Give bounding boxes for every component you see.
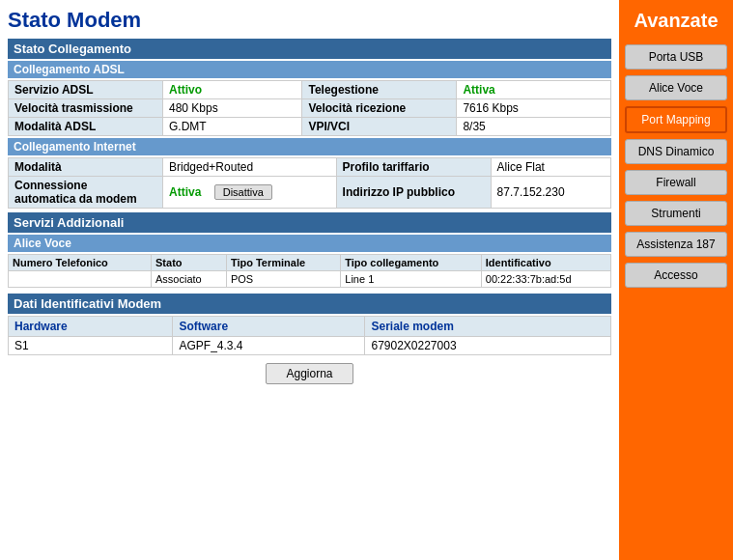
velocita-trasmissione-value: 480 Kbps [163,99,302,118]
telegestione-label: Telegestione [302,81,457,99]
cell-identificativo: 00:22:33:7b:ad:5d [481,271,610,288]
cell-collegamento: Line 1 [341,271,482,288]
seriale-value: 67902X0227003 [365,337,611,355]
dati-table: Hardware Software Seriale modem S1 AGPF_… [8,316,611,355]
col-numero-telefonico: Numero Telefonico [9,255,152,271]
aggiorna-row: Aggiorna [8,363,611,384]
indirizzo-value: 87.7.152.230 [491,177,610,209]
internet-table: Modalità Bridged+Routed Profilo tariffar… [8,157,611,209]
velocita-ricezione-label: Velocità ricezione [302,99,457,118]
modalita-value: Bridged+Routed [163,158,337,177]
cell-stato: Associato [152,271,227,288]
col-tipo-terminale: Tipo Terminale [226,255,340,271]
modalita-adsl-label: Modalità ADSL [9,118,163,136]
connessione-value: Attiva Disattiva [163,177,337,209]
dati-row: S1 AGPF_4.3.4 67902X0227003 [9,337,611,355]
col-identificativo: Identificativo [481,255,610,271]
dati-modem-header: Dati Identificativi Modem [8,294,611,314]
modalita-adsl-value: G.DMT [163,118,302,136]
stato-collegamento-header: Stato Collegamento [8,39,611,59]
collegamento-internet-header: Collegamento Internet [8,138,611,155]
telegestione-value: Attiva [457,81,611,99]
sidebar-btn-assistenza[interactable]: Assistenza 187 [625,232,727,257]
main-content: Stato Modem Stato Collegamento Collegame… [0,0,619,560]
software-col-header: Software [173,317,365,337]
sidebar: Avanzate Porta USB Alice Voce Port Mappi… [619,0,733,560]
vpi-vci-label: VPI/VCI [302,118,457,136]
sidebar-btn-strumenti[interactable]: Strumenti [625,201,727,226]
sidebar-btn-firewall[interactable]: Firewall [625,170,727,195]
aggiorna-button[interactable]: Aggiorna [266,363,352,384]
col-tipo-collegamento: Tipo collegamento [341,255,482,271]
sidebar-btn-porta-usb[interactable]: Porta USB [625,44,727,70]
sidebar-btn-alice-voce[interactable]: Alice Voce [625,75,727,100]
collegamento-adsl-header: Collegamento ADSL [8,61,611,78]
indirizzo-label: Indirizzo IP pubblico [336,177,491,209]
hardware-value: S1 [9,337,173,355]
alice-voce-header: Alice Voce [8,235,611,252]
servizi-addizionali-header: Servizi Addizionali [8,212,611,233]
seriale-col-header: Seriale modem [365,317,611,337]
disattiva-button[interactable]: Disattiva [214,184,272,200]
hardware-col-header: Hardware [9,317,173,337]
sidebar-btn-accesso[interactable]: Accesso [625,263,727,288]
adsl-table: Servizio ADSL Attivo Telegestione Attiva… [8,80,611,136]
cell-terminale: POS [226,271,340,288]
sidebar-btn-dns-dinamico[interactable]: DNS Dinamico [625,139,727,164]
alice-voce-table: Numero Telefonico Stato Tipo Terminale T… [8,254,611,288]
velocita-ricezione-value: 7616 Kbps [457,99,611,118]
profilo-value: Alice Flat [491,158,610,177]
col-stato: Stato [152,255,227,271]
servizio-adsl-label: Servizio ADSL [9,81,163,99]
vpi-vci-value: 8/35 [457,118,611,136]
page-title: Stato Modem [8,8,611,33]
software-value: AGPF_4.3.4 [173,337,365,355]
velocita-trasmissione-label: Velocità trasmissione [9,99,163,118]
cell-numero [9,271,152,288]
table-row: Associato POS Line 1 00:22:33:7b:ad:5d [9,271,611,288]
sidebar-btn-port-mapping[interactable]: Port Mapping [625,106,727,133]
profilo-label: Profilo tariffario [336,158,491,177]
sidebar-title: Avanzate [619,0,733,42]
modalita-label: Modalità [9,158,163,177]
connessione-label: Connessioneautomatica da modem [9,177,163,209]
servizio-adsl-value: Attivo [163,81,302,99]
